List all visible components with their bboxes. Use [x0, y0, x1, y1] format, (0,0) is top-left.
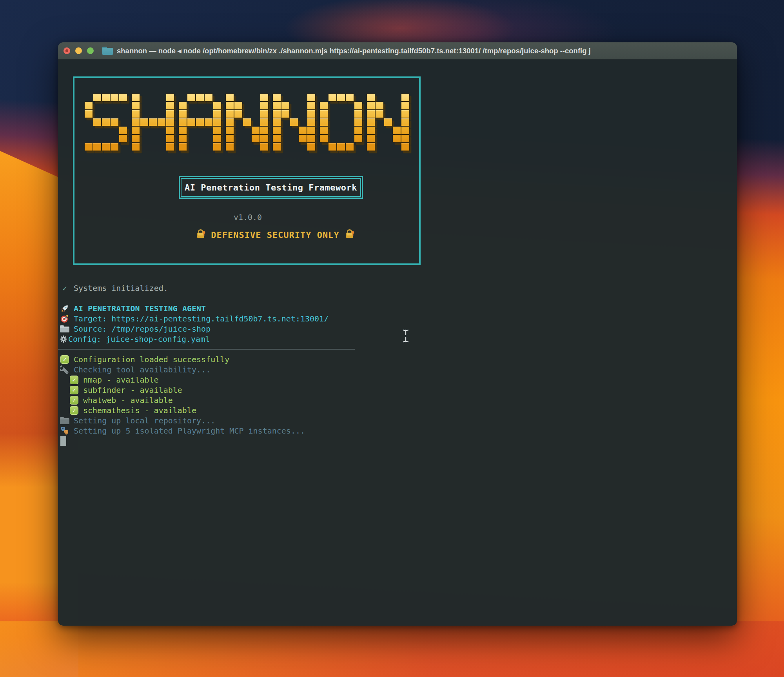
banner-letter [367, 94, 409, 151]
folder-icon [60, 324, 70, 334]
terminal-line-text: Target: https://ai-pentesting.tailfd50b7… [74, 314, 328, 323]
check-box-icon: ✓ [69, 375, 79, 385]
terminal-line: ✓Systems initialized. [58, 283, 737, 293]
terminal-line-text: nmap - available [83, 375, 159, 385]
lock-icon [344, 229, 355, 241]
framework-label: AI Penetration Testing Framework [185, 183, 357, 192]
close-button[interactable] [64, 47, 70, 54]
folder-dim-icon [60, 416, 70, 425]
window-titlebar[interactable]: shannon — node ◂ node /opt/homebrew/bin/… [58, 42, 737, 60]
terminal-line: ✓subfinder - available [58, 385, 737, 395]
terminal-log: ✓Systems initialized.AI PENETRATION TEST… [58, 283, 737, 446]
block-cursor [60, 436, 66, 446]
lock-icon [195, 229, 206, 241]
proxy-folder-icon [102, 47, 113, 55]
zoom-button[interactable] [87, 47, 94, 54]
terminal-line-text: Configuration loaded successfully [74, 355, 229, 364]
terminal-line: Target: https://ai-pentesting.tailfd50b7… [58, 314, 737, 324]
terminal-line-text: schemathesis - available [83, 406, 196, 415]
banner-letter [132, 94, 174, 151]
window-title: shannon — node ◂ node /opt/homebrew/bin/… [117, 47, 737, 55]
target-icon [60, 314, 70, 323]
gear-icon [60, 334, 67, 344]
terminal-cursor-line [58, 436, 737, 446]
terminal-line-text: Systems initialized. [74, 283, 168, 293]
terminal-line-text: whatweb - available [83, 396, 173, 405]
banner-letter [273, 94, 315, 151]
terminal-content[interactable]: AI Penetration Testing Framework v1.0.0 … [58, 60, 737, 625]
wrench-icon [60, 365, 70, 374]
banner-letter [85, 94, 127, 151]
ascii-banner-shannon [85, 94, 409, 151]
divider-line [58, 349, 355, 350]
shannon-banner-box: AI Penetration Testing Framework v1.0.0 … [73, 76, 421, 265]
check-box-icon: ✓ [69, 406, 79, 415]
terminal-line: ✓whatweb - available [58, 395, 737, 405]
terminal-line: ✓nmap - available [58, 375, 737, 385]
traffic-lights [58, 47, 94, 54]
version-label: v1.0.0 [234, 212, 262, 222]
framework-label-box: AI Penetration Testing Framework [179, 176, 363, 199]
terminal-line: Setting up local repository... [58, 416, 737, 426]
terminal-line: AI PENETRATION TESTING AGENT [58, 303, 737, 314]
terminal-line-text: Setting up local repository... [74, 416, 215, 425]
terminal-line-text: Config: juice-shop-config.yaml [68, 334, 210, 344]
terminal-line: Source: /tmp/repos/juice-shop [58, 324, 737, 334]
terminal-line-text: Checking tool availability... [74, 365, 211, 374]
terminal-line: ✓Configuration loaded successfully [58, 354, 737, 365]
terminal-line-text: Source: /tmp/repos/juice-shop [74, 324, 211, 334]
terminal-line: ✓schemathesis - available [58, 405, 737, 416]
mouse-cursor-ibeam [401, 329, 411, 345]
terminal-divider [58, 344, 737, 354]
framework-label-inner-border: AI Penetration Testing Framework [181, 178, 361, 197]
defensive-security-label: DEFENSIVE SECURITY ONLY [211, 230, 339, 240]
masks-icon [60, 426, 70, 436]
banner-letter [320, 94, 362, 151]
banner-letter [226, 94, 268, 151]
check-mark-icon: ✓ [60, 283, 70, 293]
terminal-window: shannon — node ◂ node /opt/homebrew/bin/… [58, 42, 737, 626]
defensive-security-badge: DEFENSIVE SECURITY ONLY [195, 229, 355, 241]
wallpaper-bottom-band [0, 621, 784, 677]
terminal-line: Config: juice-shop-config.yaml [58, 334, 737, 344]
check-box-icon: ✓ [69, 385, 79, 395]
minimize-button[interactable] [75, 47, 82, 54]
terminal-line-text: AI PENETRATION TESTING AGENT [74, 304, 206, 313]
check-box-icon: ✓ [69, 396, 79, 405]
terminal-line: Setting up 5 isolated Playwright MCP ins… [58, 426, 737, 436]
rocket-icon [60, 304, 70, 313]
terminal-line: Checking tool availability... [58, 365, 737, 375]
terminal-line-text: Setting up 5 isolated Playwright MCP ins… [74, 426, 305, 436]
terminal-line-text: subfinder - available [83, 385, 182, 395]
terminal-blank-line [58, 293, 737, 303]
banner-letter [179, 94, 221, 151]
check-box-icon: ✓ [60, 355, 70, 364]
